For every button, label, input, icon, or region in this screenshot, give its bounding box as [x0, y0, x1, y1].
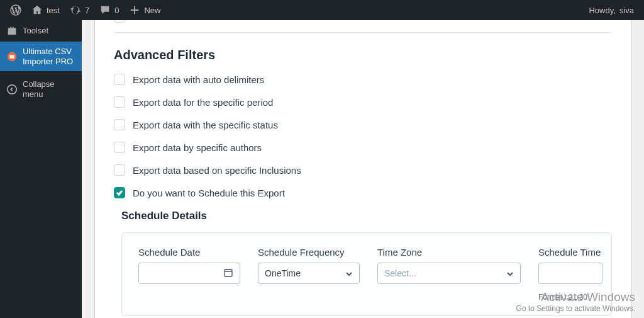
howdy-prefix: Howdy, — [589, 6, 615, 15]
refresh-icon — [70, 4, 81, 16]
advanced-filters-heading: Advanced Filters — [114, 48, 612, 62]
filter-row-specific-authors: Export data by specific authors — [114, 142, 612, 153]
chevron-down-icon — [345, 270, 353, 277]
collapse-menu-button[interactable]: Collapse menu — [0, 74, 82, 104]
svg-rect-2 — [225, 270, 232, 276]
schedule-date-input[interactable] — [138, 263, 240, 284]
checkbox-schedule-export[interactable] — [114, 187, 125, 198]
plus-icon — [129, 4, 140, 16]
filter-row-specific-status: Export data with the specific status — [114, 119, 612, 130]
schedule-details-heading: Schedule Details — [121, 210, 612, 222]
previous-option-row: Split the Record — [114, 20, 612, 33]
home-icon — [31, 4, 43, 16]
schedule-frequency-label: Schedule Frequency — [258, 247, 360, 258]
sidebar-item-label: Ultimate CSV Importer PRO — [23, 47, 75, 66]
schedule-date-label: Schedule Date — [138, 247, 240, 258]
wp-logo[interactable] — [5, 0, 26, 20]
chevron-down-icon — [506, 270, 514, 277]
updates-link[interactable]: 7 — [65, 0, 94, 20]
site-name-text: test — [47, 6, 60, 15]
collapse-label: Collapse menu — [23, 79, 75, 99]
checkbox-specific-status[interactable] — [114, 119, 125, 130]
updates-count: 7 — [85, 6, 89, 15]
new-content-link[interactable]: New — [124, 0, 165, 20]
time-zone-select[interactable]: Select... — [377, 263, 521, 284]
schedule-time-field: Schedule Time Format \ 21:30 — [538, 247, 602, 302]
filter-label: Do you want to Schedule this Export — [133, 188, 285, 198]
checkbox-specific-authors[interactable] — [114, 142, 125, 153]
howdy-account[interactable]: Howdy, siva — [584, 0, 639, 20]
filter-label: Export data with the specific status — [133, 120, 278, 130]
calendar-icon — [223, 268, 233, 280]
filter-label: Export data based on specific Inclusions — [133, 165, 301, 176]
filter-label: Export data for the specific period — [133, 97, 273, 108]
schedule-frequency-select[interactable]: OneTime — [258, 263, 360, 284]
filter-row-auto-delimiters: Export data with auto delimiters — [114, 74, 612, 85]
checkbox-split-record[interactable] — [114, 20, 125, 23]
export-card: Split the Record Advanced Filters Export… — [94, 20, 631, 318]
sidebar-item-ultimate-csv-importer[interactable]: Ultimate CSV Importer PRO — [0, 42, 82, 71]
schedule-date-field: Schedule Date — [138, 247, 240, 284]
sidebar-item-label: Toolset — [23, 26, 48, 36]
schedule-time-hint: Format \ 21:30 — [538, 293, 602, 302]
sidebar-item-toolset[interactable]: Toolset — [0, 20, 82, 42]
schedule-details-panel: Schedule Date Schedule Frequency OneTime… — [121, 232, 612, 316]
checkbox-auto-delimiters[interactable] — [114, 74, 125, 85]
wordpress-icon — [10, 4, 21, 16]
briefcase-icon — [6, 25, 18, 37]
comment-icon — [99, 4, 111, 16]
howdy-user: siva — [619, 6, 634, 15]
time-zone-placeholder: Select... — [384, 268, 416, 278]
schedule-frequency-value: OneTime — [265, 268, 301, 278]
plugin-icon — [6, 51, 18, 62]
collapse-icon — [6, 84, 18, 95]
content-area: Split the Record Advanced Filters Export… — [82, 20, 644, 318]
filter-row-specific-period: Export data for the specific period — [114, 96, 612, 108]
comments-link[interactable]: 0 — [94, 0, 124, 20]
filter-row-schedule-export: Do you want to Schedule this Export — [114, 187, 612, 198]
schedule-time-label: Schedule Time — [538, 247, 602, 258]
filter-row-specific-inclusions: Export data based on specific Inclusions — [114, 164, 612, 176]
checkbox-specific-inclusions[interactable] — [114, 164, 125, 176]
filter-label: Export data with auto delimiters — [133, 74, 264, 85]
comments-count: 0 — [114, 6, 119, 15]
time-zone-field: Time Zone Select... — [377, 247, 521, 284]
schedule-time-input[interactable] — [538, 263, 602, 284]
new-label: New — [144, 6, 160, 15]
wp-admin-bar: test 7 0 New Howdy, siva — [0, 0, 644, 20]
time-zone-label: Time Zone — [377, 247, 521, 258]
site-name-link[interactable]: test — [26, 0, 65, 20]
filter-label: Export data by specific authors — [133, 142, 262, 153]
schedule-frequency-field: Schedule Frequency OneTime — [258, 247, 360, 284]
checkbox-specific-period[interactable] — [114, 96, 125, 108]
admin-sidebar: Toolset Ultimate CSV Importer PRO Collap… — [0, 20, 82, 318]
svg-point-1 — [8, 85, 16, 94]
